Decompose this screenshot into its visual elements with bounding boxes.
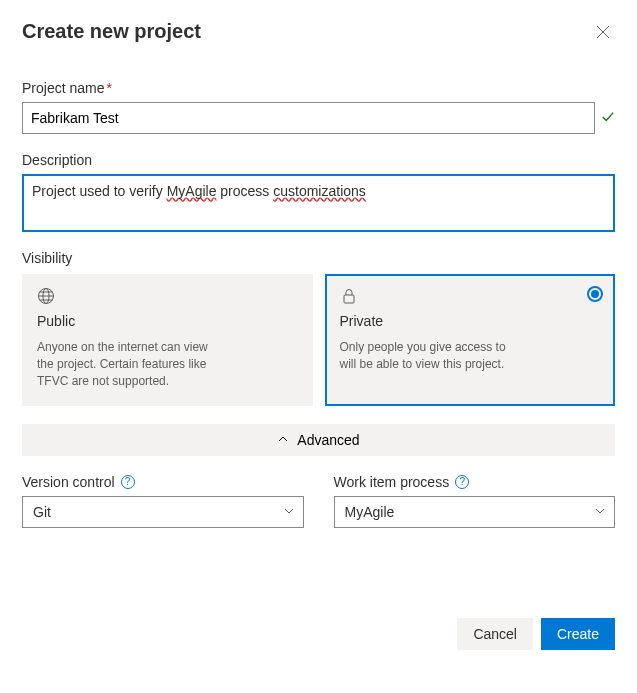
- description-input[interactable]: Project used to verify MyAgile process c…: [22, 174, 615, 232]
- project-name-label: Project name*: [22, 80, 615, 96]
- public-title: Public: [37, 313, 298, 329]
- lock-icon: [340, 287, 601, 305]
- visibility-label: Visibility: [22, 250, 615, 266]
- dialog-title: Create new project: [22, 20, 201, 43]
- work-item-process-value: MyAgile: [345, 504, 395, 520]
- globe-icon: [37, 287, 298, 305]
- work-item-process-label: Work item process: [334, 474, 450, 490]
- chevron-up-icon: [277, 432, 289, 448]
- advanced-label: Advanced: [297, 432, 359, 448]
- radio-selected-icon: [587, 286, 603, 302]
- svg-rect-2: [344, 295, 354, 303]
- visibility-private-card[interactable]: Private Only people you give access to w…: [325, 274, 616, 406]
- required-asterisk: *: [106, 80, 111, 96]
- chevron-down-icon: [283, 504, 295, 520]
- version-control-label: Version control: [22, 474, 115, 490]
- description-label: Description: [22, 152, 615, 168]
- chevron-down-icon: [594, 504, 606, 520]
- private-title: Private: [340, 313, 601, 329]
- private-desc: Only people you give access to will be a…: [340, 339, 520, 373]
- label-text: Project name: [22, 80, 104, 96]
- create-button[interactable]: Create: [541, 618, 615, 650]
- help-icon[interactable]: ?: [455, 475, 469, 489]
- project-name-input[interactable]: [22, 102, 595, 134]
- work-item-process-select[interactable]: MyAgile: [334, 496, 616, 528]
- help-icon[interactable]: ?: [121, 475, 135, 489]
- close-button[interactable]: [591, 20, 615, 44]
- close-icon: [595, 24, 611, 40]
- check-icon: [601, 110, 615, 127]
- version-control-select[interactable]: Git: [22, 496, 304, 528]
- public-desc: Anyone on the internet can view the proj…: [37, 339, 217, 389]
- advanced-toggle[interactable]: Advanced: [22, 424, 615, 456]
- visibility-public-card[interactable]: Public Anyone on the internet can view t…: [22, 274, 313, 406]
- version-control-value: Git: [33, 504, 51, 520]
- cancel-button[interactable]: Cancel: [457, 618, 533, 650]
